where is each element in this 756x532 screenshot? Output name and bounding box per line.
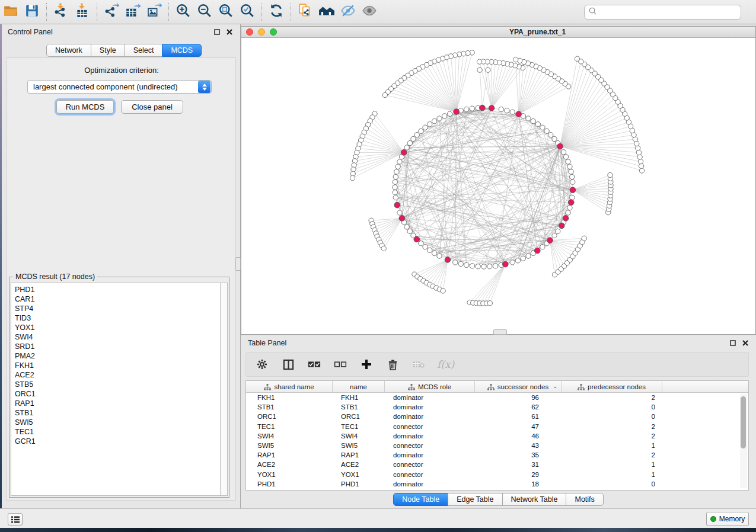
network-node[interactable] — [458, 261, 463, 266]
column-header-successor-nodes[interactable]: successor nodes ⌄ — [475, 381, 562, 393]
network-node[interactable] — [552, 136, 557, 141]
network-node[interactable] — [638, 159, 643, 164]
mcds-result-item[interactable]: SRD1 — [15, 342, 220, 351]
table-scrollbar-thumb[interactable] — [741, 396, 746, 448]
network-node[interactable] — [427, 121, 432, 126]
network-node[interactable] — [423, 125, 428, 130]
network-node[interactable] — [526, 254, 531, 258]
network-node[interactable] — [395, 164, 400, 169]
network-node[interactable] — [481, 264, 486, 269]
network-node[interactable] — [423, 245, 428, 249]
network-node[interactable] — [493, 264, 497, 268]
network-node[interactable] — [575, 56, 579, 61]
maximize-window-icon[interactable] — [270, 28, 277, 36]
mcds-result-item[interactable]: FKH1 — [15, 361, 220, 370]
network-node[interactable] — [476, 264, 480, 269]
mcds-result-item[interactable]: ACE2 — [15, 370, 220, 380]
mcds-result-item[interactable]: PHD1 — [15, 285, 220, 294]
network-window-titlebar[interactable]: YPA_prune.txt_1 — [241, 27, 755, 38]
mcds-result-item[interactable]: SWI4 — [15, 332, 220, 342]
network-node[interactable] — [441, 289, 445, 293]
show-all-button[interactable] — [359, 2, 380, 22]
table-row[interactable]: RAP1RAP1dominator352 — [246, 450, 748, 460]
mcds-result-item[interactable]: CAR1 — [15, 294, 220, 304]
network-node[interactable] — [552, 233, 557, 238]
mcds-node[interactable] — [570, 187, 576, 193]
network-node[interactable] — [393, 190, 397, 195]
network-node[interactable] — [556, 229, 560, 233]
mcds-result-item[interactable]: YOX1 — [15, 323, 220, 332]
network-node[interactable] — [437, 254, 442, 258]
network-node[interactable] — [393, 185, 397, 190]
network-node[interactable] — [531, 118, 535, 123]
network-node[interactable] — [505, 108, 509, 113]
tab-edge-table[interactable]: Edge Table — [448, 493, 502, 506]
tab-style[interactable]: Style — [91, 44, 125, 57]
network-node[interactable] — [513, 57, 518, 62]
table-row[interactable]: SWI5SWI5connector431 — [246, 441, 748, 450]
network-node[interactable] — [540, 245, 545, 249]
close-window-icon[interactable] — [246, 28, 253, 36]
mcds-node[interactable] — [563, 216, 569, 222]
float-panel-icon[interactable] — [212, 27, 222, 37]
save-session-button[interactable] — [21, 2, 43, 22]
first-neighbors-button[interactable] — [316, 2, 337, 22]
network-node[interactable] — [394, 169, 399, 174]
network-node[interactable] — [608, 172, 613, 177]
zoom-out-button[interactable] — [194, 2, 215, 22]
mcds-node[interactable] — [534, 248, 540, 254]
zoom-selected-button[interactable] — [237, 2, 258, 22]
mcds-node[interactable] — [568, 200, 574, 206]
table-row[interactable]: FKH1FKH1dominator962 — [246, 393, 748, 402]
network-node[interactable] — [397, 210, 402, 215]
network-node[interactable] — [526, 116, 531, 121]
refresh-button[interactable] — [266, 2, 287, 22]
network-node[interactable] — [486, 68, 490, 72]
network-node[interactable] — [561, 150, 566, 155]
import-network-button[interactable] — [50, 2, 72, 22]
mcds-result-item[interactable]: TID3 — [15, 313, 220, 323]
network-node[interactable] — [453, 260, 458, 265]
table-row[interactable]: ORC1ORC1dominator610 — [246, 412, 748, 421]
network-node[interactable] — [477, 59, 481, 64]
function-builder-button[interactable]: f(x) — [437, 358, 454, 370]
network-node[interactable] — [487, 264, 492, 269]
network-node[interactable] — [570, 195, 575, 200]
network-node[interactable] — [487, 301, 492, 306]
column-header-predecessor-nodes[interactable]: predecessor nodes — [562, 381, 662, 393]
network-node[interactable] — [570, 180, 575, 184]
mcds-result-item[interactable]: TEC1 — [15, 427, 220, 437]
add-column-button[interactable] — [359, 357, 374, 372]
export-table-button[interactable] — [122, 2, 143, 22]
column-header-mcds-role[interactable]: MCDS role — [385, 381, 475, 393]
table-scrollbar[interactable] — [740, 394, 747, 488]
mcds-result-item[interactable]: ORC1 — [15, 389, 220, 399]
mcds-node[interactable] — [516, 111, 522, 117]
select-all-columns-button[interactable] — [307, 357, 322, 372]
network-node[interactable] — [566, 159, 570, 164]
deselect-all-columns-button[interactable] — [333, 357, 348, 372]
mcds-result-item[interactable]: STB5 — [15, 380, 220, 389]
mcds-node[interactable] — [414, 236, 420, 242]
network-node[interactable] — [407, 140, 412, 145]
network-node[interactable] — [414, 132, 419, 137]
close-panel-icon[interactable] — [741, 338, 750, 348]
network-node[interactable] — [566, 210, 570, 215]
network-node[interactable] — [393, 195, 398, 200]
export-image-button[interactable] — [143, 2, 165, 22]
delete-table-button[interactable] — [411, 357, 426, 372]
mcds-node[interactable] — [502, 261, 508, 267]
close-panel-button[interactable]: Close panel — [121, 100, 183, 114]
network-node[interactable] — [535, 121, 540, 126]
network-node[interactable] — [510, 260, 515, 265]
mcds-result-item[interactable]: STP4 — [15, 304, 220, 313]
network-node[interactable] — [470, 264, 474, 268]
network-node[interactable] — [393, 174, 398, 179]
table-options-button[interactable] — [254, 357, 270, 372]
network-node[interactable] — [637, 155, 642, 159]
network-node[interactable] — [582, 236, 586, 241]
network-node[interactable] — [442, 114, 446, 118]
mcds-list-scrollbar[interactable] — [220, 283, 228, 496]
network-node[interactable] — [382, 92, 387, 97]
network-node[interactable] — [544, 129, 549, 133]
